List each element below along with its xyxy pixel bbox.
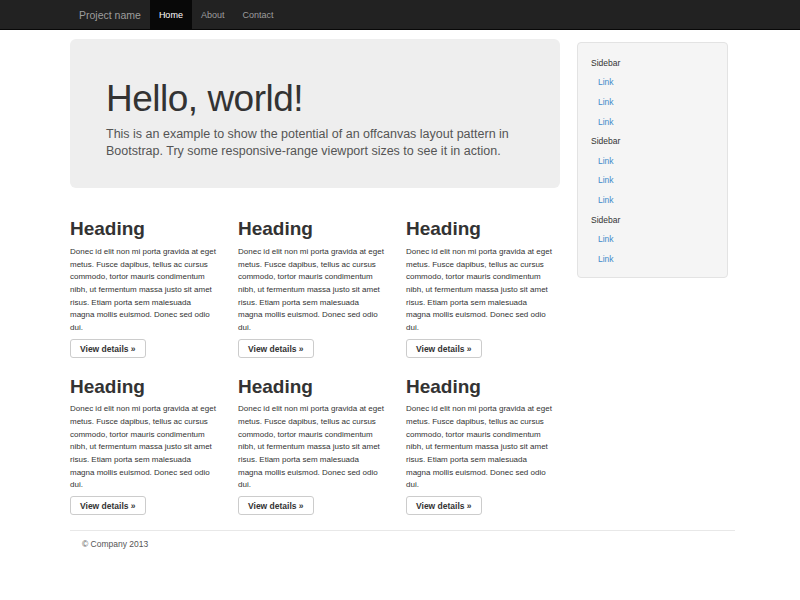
footer: © Company 2013 — [70, 530, 735, 549]
cards-row-1: Heading Donec id elit non mi porta gravi… — [70, 206, 560, 358]
jumbotron-text-line: This is an example to show the potential… — [106, 126, 524, 144]
sidebar-group-label: Sidebar — [591, 53, 719, 73]
card-body: Donec id elit non mi porta gravida at eg… — [238, 246, 388, 335]
sidebar-link[interactable]: Link — [598, 254, 614, 264]
page-title: Hello, world! — [106, 79, 524, 120]
content-card: Heading Donec id elit non mi porta gravi… — [238, 364, 388, 516]
card-body: Donec id elit non mi porta gravida at eg… — [70, 246, 220, 335]
copyright: © Company 2013 — [82, 539, 735, 549]
view-details-button[interactable]: View details » — [70, 496, 146, 515]
sidebar-group-label: Sidebar — [591, 131, 719, 151]
view-details-button[interactable]: View details » — [406, 496, 482, 515]
sidebar-group-label: Sidebar — [591, 210, 719, 230]
sidebar-link[interactable]: Link — [598, 156, 614, 166]
sidebar-link[interactable]: Link — [598, 117, 614, 127]
jumbotron-text: This is an example to show the potential… — [106, 126, 524, 161]
nav-item-home[interactable]: Home — [150, 0, 192, 29]
card-body: Donec id elit non mi porta gravida at eg… — [238, 403, 388, 492]
footer-divider — [70, 530, 735, 531]
card-title: Heading — [70, 376, 220, 398]
content-card: Heading Donec id elit non mi porta gravi… — [406, 206, 556, 358]
navbar-brand[interactable]: Project name — [70, 0, 150, 29]
nav-item-about[interactable]: About — [192, 0, 234, 29]
sidebar-link[interactable]: Link — [598, 77, 614, 87]
sidebar-link[interactable]: Link — [598, 175, 614, 185]
navbar: Project name Home About Contact — [0, 0, 800, 30]
page-container: Hello, world! This is an example to show… — [70, 39, 735, 549]
card-title: Heading — [406, 376, 556, 398]
jumbotron-text-line: Bootstrap. Try some responsive-range vie… — [106, 143, 524, 161]
content-row: Hello, world! This is an example to show… — [70, 39, 735, 515]
card-body: Donec id elit non mi porta gravida at eg… — [406, 246, 556, 335]
card-title: Heading — [406, 218, 556, 240]
jumbotron: Hello, world! This is an example to show… — [70, 39, 560, 188]
sidebar-link[interactable]: Link — [598, 195, 614, 205]
card-title: Heading — [238, 218, 388, 240]
content-card: Heading Donec id elit non mi porta gravi… — [238, 206, 388, 358]
sidebar-link[interactable]: Link — [598, 234, 614, 244]
sidebar-link[interactable]: Link — [598, 97, 614, 107]
cards-row-2: Heading Donec id elit non mi porta gravi… — [70, 364, 560, 516]
card-title: Heading — [70, 218, 220, 240]
view-details-button[interactable]: View details » — [70, 339, 146, 358]
content-card: Heading Donec id elit non mi porta gravi… — [406, 364, 556, 516]
content-card: Heading Donec id elit non mi porta gravi… — [70, 364, 220, 516]
view-details-button[interactable]: View details » — [238, 496, 314, 515]
view-details-button[interactable]: View details » — [238, 339, 314, 358]
card-body: Donec id elit non mi porta gravida at eg… — [406, 403, 556, 492]
nav-item-contact[interactable]: Contact — [233, 0, 282, 29]
content-card: Heading Donec id elit non mi porta gravi… — [70, 206, 220, 358]
sidebar: Sidebar Link Link Link Sidebar Link Link… — [577, 42, 728, 278]
card-body: Donec id elit non mi porta gravida at eg… — [70, 403, 220, 492]
main-content: Hello, world! This is an example to show… — [70, 39, 560, 515]
navbar-inner: Project name Home About Contact — [70, 0, 800, 29]
card-title: Heading — [238, 376, 388, 398]
view-details-button[interactable]: View details » — [406, 339, 482, 358]
